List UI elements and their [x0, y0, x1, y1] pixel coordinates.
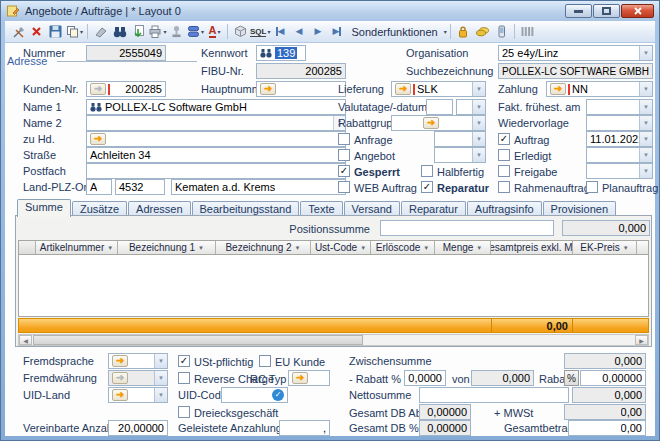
kundennr-field[interactable]: ➜200285	[86, 81, 166, 97]
fakt-fruehest-combo[interactable]: ▼	[586, 99, 653, 115]
geleistete-anzahlung-field[interactable]: ,	[279, 420, 330, 436]
scroll-right-icon[interactable]: ▶	[635, 335, 648, 345]
copy-button[interactable]: ▾	[65, 22, 84, 41]
column-header-bezeichnung1[interactable]: Bezeichnung 1▼	[118, 241, 216, 254]
grid-icon[interactable]	[518, 22, 537, 41]
vereinbarte-anzahlung-field[interactable]: 20,00000	[108, 420, 168, 436]
sonderfunktionen-button[interactable]: Sonderfunktionen▾	[346, 22, 446, 41]
rabatt-wert-field[interactable]: 0,00000	[580, 370, 646, 386]
column-header-gesamtpreis[interactable]: Gesamtpreis exkl. M▼	[491, 241, 573, 254]
name2-field[interactable]: ▲▼	[86, 115, 346, 131]
erledigt-checkbox[interactable]	[498, 149, 510, 161]
gesperrt-checkbox[interactable]: ✓	[338, 165, 350, 177]
gesamtbetrag-field[interactable]: 0,00	[568, 420, 646, 436]
chevron-down-icon[interactable]: ▼	[472, 132, 485, 146]
zahlung-combo[interactable]: ➜NN▼	[546, 81, 653, 97]
chevron-down-icon[interactable]: ▼	[472, 116, 485, 130]
save-icon[interactable]	[46, 22, 65, 41]
lieferung-combo[interactable]: ➜SLK▼	[391, 81, 486, 97]
chevron-down-icon[interactable]: ▼	[472, 82, 485, 96]
kennwort-field[interactable]: 139	[256, 45, 306, 61]
phone-icon[interactable]	[492, 22, 511, 41]
prozent-button[interactable]: %	[564, 370, 579, 386]
freigabe-date-combo[interactable]: ▼	[586, 163, 653, 179]
positions-table-body[interactable]	[18, 255, 649, 317]
chevron-down-icon[interactable]: ▼	[639, 82, 652, 96]
halbfertig-checkbox[interactable]	[421, 165, 433, 177]
verify-check-icon[interactable]: ✓	[272, 389, 284, 401]
sql-button[interactable]: SQL▾	[250, 22, 270, 41]
coins-icon[interactable]	[473, 22, 492, 41]
land-field[interactable]: A	[86, 179, 112, 195]
row-selector-header[interactable]	[19, 241, 36, 254]
chevron-down-icon[interactable]: ▼	[154, 354, 167, 368]
hauptnummer-field[interactable]: ➜	[256, 81, 346, 97]
zuhd-field[interactable]: ➜	[86, 131, 346, 147]
lookup-arrow-icon[interactable]: ➜	[90, 133, 106, 145]
rabattgruppe-combo[interactable]: ➜▼	[391, 115, 486, 131]
tools-icon[interactable]	[8, 22, 27, 41]
nettosumme-field[interactable]	[419, 387, 569, 403]
anfrage-checkbox[interactable]	[338, 133, 350, 145]
auftrag-date-combo[interactable]: 11.01.2021▼	[586, 131, 653, 147]
close-button[interactable]	[621, 4, 654, 18]
reparatur-checkbox[interactable]: ✓	[421, 181, 433, 193]
nav-next-button[interactable]: ▶	[308, 22, 327, 41]
stamp-icon[interactable]	[167, 22, 186, 41]
positionssumme-field[interactable]	[380, 220, 554, 236]
ort-field[interactable]: Kematen a.d. Krems	[171, 179, 346, 195]
chevron-down-icon[interactable]: ▼	[639, 164, 652, 178]
lookup-arrow-icon[interactable]: ➜	[112, 355, 128, 367]
delete-icon[interactable]	[27, 22, 46, 41]
lookup-arrow-icon[interactable]: ➜	[90, 83, 106, 95]
chevron-down-icon[interactable]: ▼	[639, 148, 652, 162]
angebot-date-combo[interactable]: ▼	[434, 147, 486, 163]
lookup-arrow-icon[interactable]: ➜	[260, 83, 276, 95]
angebot-checkbox[interactable]	[338, 149, 350, 161]
nav-first-button[interactable]: ◀	[270, 22, 289, 41]
font-button[interactable]: A▾	[205, 22, 224, 41]
postfach-field[interactable]	[86, 163, 346, 179]
chevron-down-icon[interactable]: ▼	[639, 132, 652, 146]
uid-code-field[interactable]: ✓	[221, 387, 288, 403]
horizontal-scrollbar[interactable]: ◀ ▶	[18, 334, 649, 346]
anfrage-date-combo[interactable]: ▼	[434, 131, 486, 147]
lookup-arrow-icon[interactable]: ➜	[423, 117, 439, 129]
nav-last-button[interactable]: ▶	[327, 22, 346, 41]
freigabe-checkbox[interactable]	[498, 165, 510, 177]
uid-land-combo[interactable]: ➜▼	[108, 387, 168, 403]
chevron-down-icon[interactable]: ▼	[639, 100, 652, 114]
column-header-erloescode[interactable]: Erlöscode▼	[371, 241, 435, 254]
reverse-charge-checkbox[interactable]	[178, 372, 190, 384]
lookup-arrow-icon[interactable]: ➜	[112, 389, 128, 401]
name1-field[interactable]: POLLEX-LC Software GmbH	[86, 99, 346, 115]
lock-icon[interactable]	[454, 22, 473, 41]
plz-field[interactable]: 4532	[115, 179, 165, 195]
scroll-left-icon[interactable]: ◀	[19, 335, 32, 345]
tab-summe[interactable]: Summe	[17, 199, 71, 217]
chevron-down-icon[interactable]: ▼	[639, 46, 652, 60]
chevron-down-icon[interactable]: ▼	[472, 100, 485, 114]
package-icon[interactable]	[231, 22, 250, 41]
database-button[interactable]: ▾	[186, 22, 205, 41]
valutatage-field[interactable]	[426, 99, 453, 115]
lookup-arrow-icon[interactable]: ➜	[292, 372, 308, 384]
ust-pflichtig-checkbox[interactable]: ✓	[178, 355, 190, 367]
search-binoculars-icon[interactable]	[110, 22, 129, 41]
column-header-ustcode[interactable]: Ust-Code▼	[311, 241, 371, 254]
lookup-arrow-icon[interactable]: ➜	[550, 83, 566, 95]
chevron-down-icon[interactable]: ▼	[154, 388, 167, 402]
scrollbar-thumb[interactable]	[33, 335, 363, 345]
chevron-down-icon[interactable]: ▼	[639, 116, 652, 130]
maximize-button[interactable]	[593, 4, 620, 18]
import-icon[interactable]	[129, 22, 148, 41]
column-header-menge[interactable]: Menge▼	[435, 241, 491, 254]
rabatt-pct-field[interactable]: 0,0000	[404, 370, 446, 386]
column-header-ekpreis[interactable]: EK-Preis▼	[573, 241, 637, 254]
fremdsprache-combo[interactable]: ➜▼	[108, 353, 168, 369]
web-auftrag-checkbox[interactable]	[338, 181, 350, 193]
strasse-field[interactable]: Achleiten 34	[86, 147, 346, 163]
column-header-brutto[interactable]: Brutto▼	[637, 241, 649, 254]
wiedervorlage-combo[interactable]: ▼	[586, 115, 653, 131]
eraser-icon[interactable]	[91, 22, 110, 41]
